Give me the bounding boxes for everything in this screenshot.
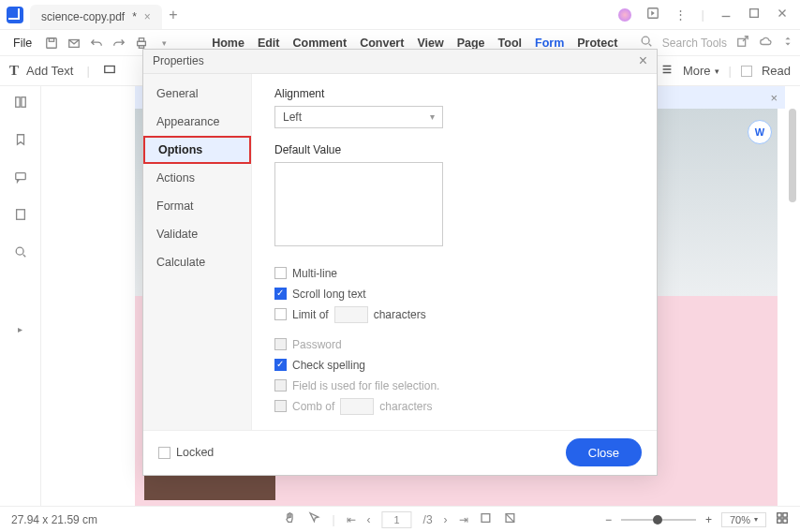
search-tools-input[interactable]: Search Tools: [662, 37, 727, 50]
spelling-row[interactable]: Check spelling: [274, 355, 634, 376]
fit-width-icon[interactable]: [504, 511, 517, 527]
svg-rect-6: [140, 37, 144, 41]
menu-home[interactable]: Home: [212, 37, 244, 50]
first-page-icon[interactable]: ⇤: [347, 513, 356, 526]
svg-rect-19: [783, 513, 787, 517]
svg-rect-1: [750, 9, 759, 18]
menu-protect[interactable]: Protect: [577, 37, 617, 50]
ai-icon[interactable]: [618, 8, 631, 22]
svg-rect-21: [783, 519, 787, 523]
menu-page[interactable]: Page: [457, 37, 485, 50]
dialog-sidebar: General Appearance Options Actions Forma…: [143, 74, 252, 430]
tab-validate[interactable]: Validate: [143, 220, 251, 248]
read-checkbox[interactable]: [741, 66, 752, 77]
tab-title: science-copy.pdf: [41, 10, 125, 23]
close-window-button[interactable]: [776, 7, 789, 22]
prev-page-icon[interactable]: ‹: [367, 513, 371, 526]
close-icon[interactable]: ×: [770, 91, 778, 105]
close-button[interactable]: Close: [566, 438, 642, 466]
print-icon[interactable]: [131, 37, 152, 50]
hand-tool-icon[interactable]: [283, 511, 296, 527]
share-icon[interactable]: [646, 7, 659, 22]
page-dimensions: 27.94 x 21.59 cm: [11, 513, 97, 526]
multiline-checkbox[interactable]: [274, 267, 287, 279]
select-tool-icon[interactable]: [307, 511, 320, 527]
limit-post-label: characters: [374, 308, 426, 321]
tab-actions[interactable]: Actions: [143, 164, 251, 192]
share-out-icon[interactable]: [736, 35, 749, 51]
dialog-title: Properties: [153, 54, 204, 67]
redo-icon[interactable]: [109, 37, 129, 50]
bookmark-icon[interactable]: [12, 131, 29, 148]
scroll-checkbox[interactable]: [274, 288, 287, 300]
chevron-down-icon: ▾: [715, 66, 719, 76]
tab-general[interactable]: General: [143, 80, 251, 108]
scrollbar[interactable]: [789, 109, 796, 202]
svg-rect-3: [50, 37, 54, 41]
tab-format[interactable]: Format: [143, 192, 251, 220]
maximize-button[interactable]: [748, 7, 761, 22]
fileselect-row: Field is used for file selection.: [274, 376, 634, 396]
last-page-icon[interactable]: ⇥: [459, 513, 468, 526]
zoom-in-icon[interactable]: +: [705, 513, 712, 526]
menu-convert[interactable]: Convert: [360, 37, 404, 50]
word-export-badge[interactable]: W: [748, 120, 772, 144]
more-button[interactable]: More ▾: [683, 64, 719, 78]
limit-checkbox[interactable]: [274, 308, 287, 320]
rail-expand-icon[interactable]: ▸: [12, 320, 29, 337]
add-text-button[interactable]: Add Text: [26, 64, 73, 78]
dialog-titlebar: Properties ×: [143, 50, 657, 74]
spelling-checkbox[interactable]: [274, 359, 287, 371]
fit-page-icon[interactable]: [480, 511, 493, 527]
mail-icon[interactable]: [64, 37, 84, 50]
page-number-input[interactable]: 1: [382, 511, 412, 528]
kebab-icon[interactable]: ⋮: [674, 7, 687, 22]
tab-options[interactable]: Options: [143, 136, 251, 164]
attachment-icon[interactable]: [12, 206, 29, 223]
expand-icon[interactable]: [781, 35, 794, 51]
default-value-input[interactable]: [274, 162, 443, 246]
tab-appearance[interactable]: Appearance: [143, 108, 251, 136]
close-icon[interactable]: ×: [144, 10, 151, 23]
multiline-label: Multi-line: [292, 267, 337, 280]
tab-calculate[interactable]: Calculate: [143, 248, 251, 276]
menu-comment[interactable]: Comment: [293, 37, 348, 50]
menu-tool[interactable]: Tool: [498, 37, 522, 50]
locked-checkbox[interactable]: [158, 447, 170, 459]
document-tab[interactable]: science-copy.pdf* ×: [30, 5, 162, 29]
chevron-down-icon[interactable]: ▾: [154, 38, 174, 48]
zoom-slider[interactable]: [621, 519, 696, 521]
multiline-row[interactable]: Multi-line: [274, 263, 634, 284]
alignment-select[interactable]: Left ▾: [274, 106, 443, 128]
new-tab-button[interactable]: +: [162, 7, 185, 23]
main-menu: Home Edit Comment Convert View Page Tool…: [212, 37, 617, 50]
menu-view[interactable]: View: [417, 37, 443, 50]
menu-form[interactable]: Form: [535, 37, 564, 50]
limit-row[interactable]: Limit of characters: [274, 304, 634, 325]
minimize-button[interactable]: [719, 7, 733, 22]
field-tool-icon[interactable]: [103, 63, 116, 79]
zoom-out-icon[interactable]: −: [605, 513, 612, 526]
scroll-row[interactable]: Scroll long text: [274, 284, 634, 304]
save-icon[interactable]: [41, 37, 62, 50]
cloud-icon[interactable]: [759, 35, 772, 51]
search-panel-icon[interactable]: [12, 244, 29, 260]
titlebar: science-copy.pdf* × + ⋮ |: [0, 0, 800, 30]
zoom-select[interactable]: 70% ▾: [721, 512, 766, 527]
spelling-label: Check spelling: [292, 359, 365, 372]
thumbnails-icon[interactable]: [12, 94, 29, 111]
fullscreen-icon[interactable]: [776, 511, 789, 527]
page-total: /3: [423, 513, 433, 526]
next-page-icon[interactable]: ›: [444, 513, 448, 526]
tab-modified-indicator: *: [132, 10, 137, 23]
password-checkbox: [274, 338, 287, 350]
comment-icon[interactable]: [12, 169, 29, 185]
read-label: Read: [762, 64, 791, 78]
menu-edit[interactable]: Edit: [258, 37, 280, 50]
undo-icon[interactable]: [86, 37, 107, 50]
svg-point-8: [642, 37, 649, 44]
close-icon[interactable]: ×: [639, 52, 647, 69]
list-icon[interactable]: [660, 63, 674, 79]
menu-file[interactable]: File: [6, 37, 39, 50]
limit-input[interactable]: [334, 306, 368, 323]
